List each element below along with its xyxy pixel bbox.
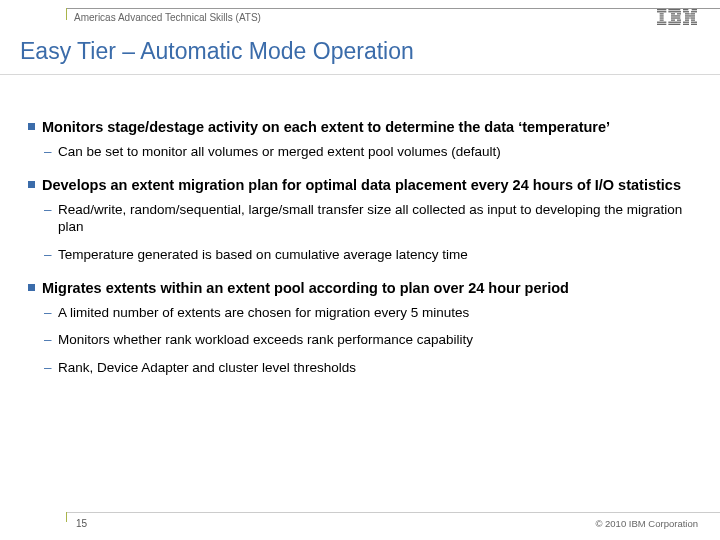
bullet-sub: – Monitors whether rank workload exceeds…: [28, 331, 692, 349]
svg-rect-14: [671, 19, 675, 20]
sub-text: Monitors whether rank workload exceeds r…: [58, 332, 473, 347]
bullet-sub: – A limited number of extents are chosen…: [28, 304, 692, 322]
bullet-text: Monitors stage/destage activity on each …: [42, 119, 610, 135]
svg-rect-20: [683, 11, 689, 12]
bullet-text: Migrates extents within an extent pool a…: [42, 280, 569, 296]
svg-rect-19: [692, 9, 697, 10]
svg-rect-10: [671, 13, 675, 14]
sub-text: A limited number of extents are chosen f…: [58, 305, 469, 320]
square-bullet-icon: [28, 181, 35, 188]
svg-rect-18: [683, 9, 688, 10]
header-rule: [66, 8, 720, 9]
svg-rect-17: [668, 24, 680, 25]
title-rule: [0, 74, 720, 75]
sub-text: Temperature generated is based on cumula…: [58, 247, 468, 262]
header-tick: [66, 8, 67, 20]
ibm-logo-icon: [656, 9, 698, 29]
svg-rect-26: [689, 17, 690, 18]
svg-rect-25: [685, 17, 689, 18]
dash-icon: –: [44, 359, 52, 377]
svg-rect-22: [685, 13, 690, 14]
svg-rect-16: [668, 22, 681, 23]
dash-icon: –: [44, 201, 52, 219]
footer-tick: [66, 512, 67, 522]
bullet-sub: – Can be set to monitor all volumes or m…: [28, 143, 692, 161]
svg-rect-3: [660, 15, 664, 16]
bullet-sub: – Read/write, random/sequential, large/s…: [28, 201, 692, 236]
bullet-main: Migrates extents within an extent pool a…: [28, 279, 692, 298]
footer-rule: [66, 512, 720, 513]
copyright-text: © 2010 IBM Corporation: [595, 518, 698, 529]
svg-rect-12: [671, 15, 680, 16]
dash-icon: –: [44, 246, 52, 264]
dash-icon: –: [44, 304, 52, 322]
sub-text: Read/write, random/sequential, large/sma…: [58, 202, 682, 235]
svg-rect-33: [691, 24, 697, 25]
slide-title: Easy Tier – Automatic Mode Operation: [20, 38, 414, 65]
square-bullet-icon: [28, 123, 35, 130]
slide-content: Monitors stage/destage activity on each …: [28, 118, 692, 386]
svg-rect-23: [690, 13, 695, 14]
svg-rect-11: [677, 13, 681, 14]
slide: Americas Advanced Technical Skills (ATS): [0, 0, 720, 540]
dash-icon: –: [44, 143, 52, 161]
header-org-text: Americas Advanced Technical Skills (ATS): [74, 12, 261, 23]
svg-rect-13: [671, 17, 680, 18]
slide-header: Americas Advanced Technical Skills (ATS): [0, 0, 720, 28]
dash-icon: –: [44, 331, 52, 349]
bullet-sub: – Rank, Device Adapter and cluster level…: [28, 359, 692, 377]
svg-rect-21: [691, 11, 697, 12]
bullet-text: Develops an extent migration plan for op…: [42, 177, 681, 193]
bullet-main: Develops an extent migration plan for op…: [28, 176, 692, 195]
svg-rect-8: [668, 9, 680, 10]
svg-rect-4: [660, 17, 664, 18]
svg-rect-15: [677, 19, 681, 20]
svg-rect-9: [668, 11, 681, 12]
svg-rect-5: [660, 19, 664, 20]
svg-rect-29: [691, 19, 695, 20]
svg-rect-28: [685, 19, 689, 20]
sub-text: Rank, Device Adapter and cluster level t…: [58, 360, 356, 375]
page-number: 15: [76, 518, 87, 529]
bullet-main: Monitors stage/destage activity on each …: [28, 118, 692, 137]
svg-rect-30: [683, 22, 689, 23]
svg-rect-24: [685, 15, 695, 16]
square-bullet-icon: [28, 284, 35, 291]
sub-text: Can be set to monitor all volumes or mer…: [58, 144, 501, 159]
svg-rect-27: [691, 17, 695, 18]
svg-rect-31: [691, 22, 697, 23]
svg-rect-7: [657, 24, 666, 25]
bullet-sub: – Temperature generated is based on cumu…: [28, 246, 692, 264]
svg-rect-1: [657, 11, 666, 12]
svg-rect-0: [657, 9, 666, 10]
slide-footer: 15 © 2010 IBM Corporation: [0, 512, 720, 540]
svg-rect-2: [660, 13, 664, 14]
svg-rect-32: [683, 24, 689, 25]
svg-rect-6: [657, 22, 666, 23]
